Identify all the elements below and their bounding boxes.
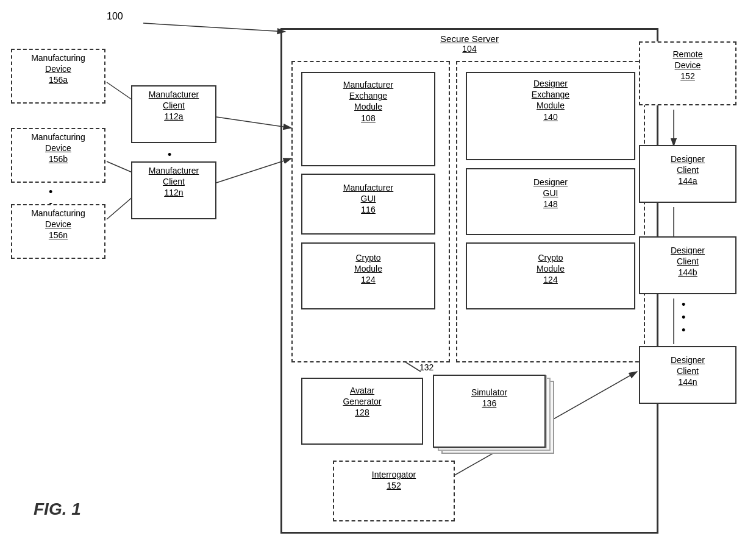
diagram-ref-100: 100 — [107, 11, 123, 22]
simulator-area: Simulator 136 — [433, 375, 555, 457]
fig-label: FIG. 1 — [34, 500, 81, 519]
crypto-module-right: Crypto Module 124 — [466, 242, 635, 309]
dots-designer-clients: ••• — [682, 298, 685, 337]
crypto-module-left: Crypto Module 124 — [301, 242, 435, 309]
secure-server-ref: 104 — [282, 44, 657, 54]
avatar-generator: Avatar Generator 128 — [301, 378, 423, 445]
manufacturer-client-112n: Manufacturer Client 112n — [131, 161, 216, 219]
manufacturer-client-112a: Manufacturer Client 112a — [131, 85, 216, 143]
simulator-box: Simulator 136 — [433, 375, 546, 448]
designer-client-144a: Designer Client 144a — [639, 145, 736, 203]
designer-exchange-module: Designer Exchange Module 140 — [466, 72, 635, 160]
manufacturing-device-156a: Manufacturing Device 156a — [11, 49, 105, 104]
manufacturing-device-156b: Manufacturing Device 156b — [11, 128, 105, 183]
diagram-container: 100 Manufacturing Device 156a Manufactur… — [0, 0, 756, 558]
svg-line-2 — [143, 23, 285, 32]
remote-device: Remote Device 152 — [639, 41, 736, 105]
interrogator-box: Interrogator 152 — [333, 461, 455, 521]
designer-gui: Designer GUI 148 — [466, 168, 635, 235]
manufacturer-gui: Manufacturer GUI 116 — [301, 174, 435, 235]
designer-client-144n: Designer Client 144n — [639, 346, 736, 404]
manufacturing-device-156n: Manufacturing Device 156n — [11, 204, 105, 259]
manufacturer-exchange-module: Manufacturer Exchange Module 108 — [301, 72, 435, 166]
designer-client-144b: Designer Client 144b — [639, 236, 736, 294]
secure-server-title: Secure Server — [440, 34, 499, 44]
ref-132: 132 — [419, 362, 433, 372]
